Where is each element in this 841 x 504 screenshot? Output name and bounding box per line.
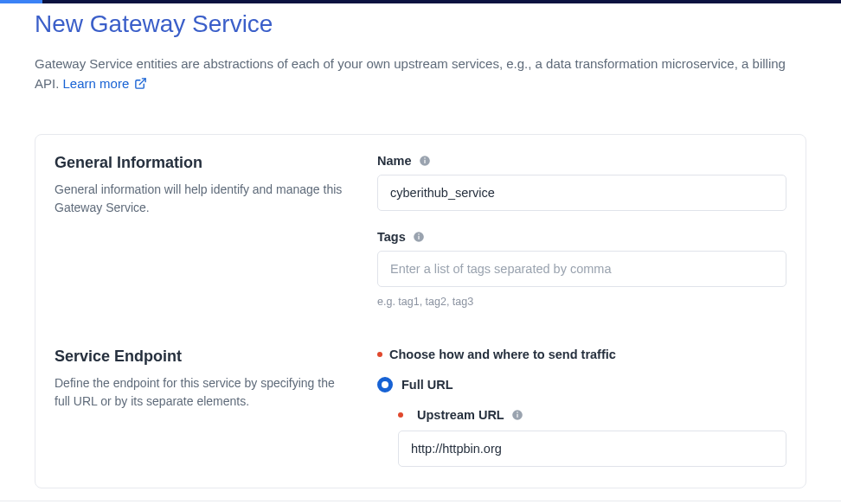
choose-traffic-row: Choose how and where to send traffic (377, 348, 786, 361)
bottom-divider (0, 501, 841, 501)
radio-selected-icon[interactable] (377, 377, 393, 392)
service-endpoint-section: Service Endpoint Define the endpoint for… (55, 348, 786, 467)
info-icon[interactable] (413, 231, 425, 243)
full-url-label: Full URL (401, 378, 453, 392)
full-url-radio-row[interactable]: Full URL (377, 377, 786, 392)
svg-rect-8 (517, 413, 517, 417)
service-endpoint-heading: Service Endpoint (55, 348, 353, 366)
general-info-heading: General Information (55, 154, 353, 172)
upstream-url-label: Upstream URL (417, 408, 504, 422)
tags-input[interactable] (377, 251, 786, 287)
name-label: Name (377, 154, 412, 168)
tags-label-row: Tags (377, 230, 786, 244)
name-label-row: Name (377, 154, 786, 168)
tags-field-block: Tags e.g. tag1, tag2, tag3 (377, 230, 786, 308)
choose-traffic-label: Choose how and where to send traffic (389, 348, 616, 361)
svg-rect-2 (424, 159, 425, 163)
external-link-icon (134, 77, 147, 90)
tags-helper-text: e.g. tag1, tag2, tag3 (377, 296, 786, 308)
svg-line-0 (140, 79, 146, 85)
learn-more-label: Learn more (63, 73, 130, 93)
required-indicator (377, 352, 382, 357)
progress-bar (0, 0, 841, 3)
general-info-right: Name Tags (377, 154, 786, 313)
svg-rect-5 (418, 235, 419, 239)
upstream-url-input[interactable] (398, 431, 786, 467)
page-container: New Gateway Service Gateway Service enti… (0, 3, 841, 488)
general-info-subtext: General information will help identify a… (55, 181, 353, 218)
required-indicator (398, 412, 403, 418)
service-endpoint-right: Choose how and where to send traffic Ful… (377, 348, 786, 467)
learn-more-link[interactable]: Learn more (63, 73, 148, 93)
form-card: General Information General information … (35, 134, 806, 488)
name-field-block: Name (377, 154, 786, 211)
upstream-url-block: Upstream URL (398, 408, 786, 467)
info-icon[interactable] (419, 155, 431, 167)
info-icon[interactable] (511, 409, 523, 421)
general-information-section: General Information General information … (55, 154, 786, 313)
service-endpoint-left: Service Endpoint Define the endpoint for… (55, 348, 370, 467)
general-info-left: General Information General information … (55, 154, 370, 313)
svg-point-9 (517, 411, 518, 413)
service-endpoint-subtext: Define the endpoint for this service by … (55, 374, 353, 411)
svg-point-3 (424, 157, 426, 159)
name-input[interactable] (377, 175, 786, 211)
upstream-url-label-row: Upstream URL (398, 408, 786, 422)
svg-point-6 (418, 233, 420, 235)
page-title: New Gateway Service (35, 10, 806, 38)
tags-label: Tags (377, 230, 406, 244)
page-description: Gateway Service entities are abstraction… (35, 54, 796, 94)
